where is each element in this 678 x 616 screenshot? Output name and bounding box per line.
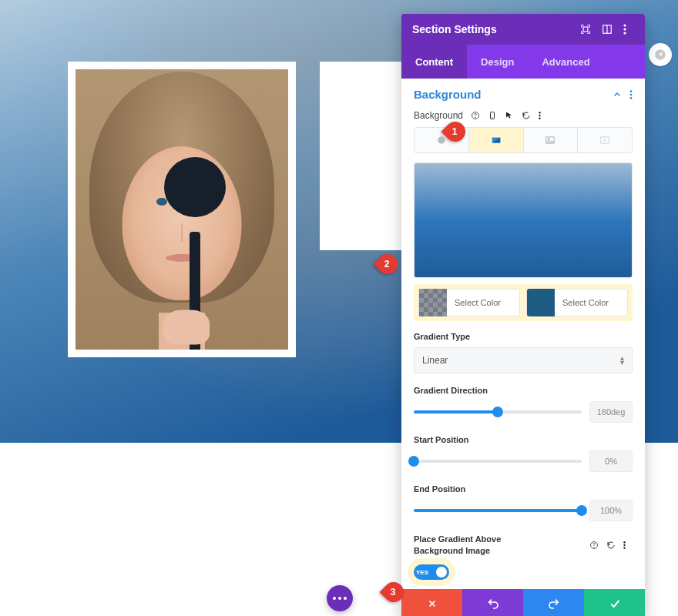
- gradient-color-end[interactable]: Select Color: [526, 289, 628, 316]
- start-position-value[interactable]: 0%: [589, 450, 633, 472]
- end-position-slider[interactable]: [414, 509, 582, 512]
- place-above-field: Place Gradient Above Background Image YE…: [414, 534, 633, 580]
- row-more-icon[interactable]: [539, 111, 548, 120]
- share-button[interactable]: [649, 43, 672, 66]
- panel-tabs: Content Design Advanced: [401, 45, 645, 79]
- gradient-preview: [414, 162, 633, 278]
- background-label-row: Background: [414, 110, 633, 121]
- tab-design[interactable]: Design: [467, 45, 528, 79]
- gradient-direction-field: Gradient Direction 180deg: [414, 386, 633, 423]
- gradient-direction-value[interactable]: 180deg: [589, 401, 633, 423]
- section-header: Background: [414, 88, 633, 101]
- svg-point-6: [623, 32, 626, 34]
- svg-rect-1: [583, 27, 588, 32]
- start-position-label: Start Position: [414, 435, 633, 444]
- svg-point-23: [594, 547, 595, 548]
- bg-type-video[interactable]: [578, 128, 632, 152]
- tab-advanced[interactable]: Advanced: [528, 45, 603, 79]
- settings-panel: Section Settings Content Design Advanced…: [401, 14, 645, 616]
- place-above-reset-icon[interactable]: [606, 541, 616, 550]
- hover-pointer-icon[interactable]: [505, 111, 514, 120]
- gradient-direction-slider[interactable]: [414, 410, 582, 413]
- start-position-slider[interactable]: [414, 460, 582, 463]
- gradient-direction-label: Gradient Direction: [414, 386, 633, 395]
- swatch-end: [527, 289, 555, 316]
- svg-point-14: [539, 112, 540, 113]
- tab-content[interactable]: Content: [401, 45, 467, 79]
- reset-icon[interactable]: [522, 111, 531, 120]
- expand-icon[interactable]: [580, 24, 591, 35]
- end-position-field: End Position 100%: [414, 484, 633, 521]
- panel-footer: [401, 589, 645, 616]
- help-icon[interactable]: [471, 111, 480, 120]
- svg-point-11: [475, 117, 476, 118]
- select-color-start-label: Select Color: [455, 298, 501, 307]
- section-title: Background: [414, 88, 482, 101]
- svg-point-7: [630, 90, 633, 92]
- discard-button[interactable]: [401, 589, 462, 616]
- gradient-type-select[interactable]: Linear ▴▾: [414, 347, 633, 373]
- panel-body: Background Background: [401, 79, 645, 589]
- svg-point-25: [623, 544, 625, 546]
- place-above-help-icon[interactable]: [589, 541, 599, 550]
- more-options-icon[interactable]: [623, 24, 634, 35]
- gradient-type-value: Linear: [422, 355, 448, 366]
- svg-point-9: [630, 96, 633, 99]
- svg-point-24: [623, 541, 625, 543]
- floating-more-button[interactable]: [327, 585, 353, 611]
- collapse-icon[interactable]: [613, 90, 622, 99]
- svg-point-5: [623, 28, 626, 30]
- panel-header: Section Settings: [401, 14, 645, 45]
- select-color-end-label: Select Color: [562, 298, 609, 307]
- toggle-yes-label: YES: [416, 569, 428, 576]
- svg-point-17: [438, 136, 445, 143]
- start-position-field: Start Position 0%: [414, 435, 633, 472]
- gradient-type-field: Gradient Type Linear ▴▾: [414, 332, 633, 373]
- portrait-photo: [76, 69, 288, 350]
- white-card-behind: [320, 62, 412, 250]
- svg-point-4: [623, 24, 626, 26]
- svg-point-26: [623, 547, 625, 549]
- bg-type-image[interactable]: [524, 128, 579, 152]
- place-above-toggle[interactable]: YES: [414, 564, 449, 580]
- section-more-icon[interactable]: [629, 90, 633, 99]
- gradient-color-start[interactable]: Select Color: [418, 289, 520, 316]
- undo-button[interactable]: [462, 589, 523, 616]
- redo-button[interactable]: [523, 589, 584, 616]
- photo-frame: [68, 62, 296, 357]
- svg-point-20: [549, 139, 550, 140]
- responsive-phone-icon[interactable]: [488, 111, 497, 120]
- bg-type-gradient[interactable]: [469, 128, 524, 152]
- place-above-more-icon[interactable]: [623, 541, 633, 550]
- select-chevron-icon: ▴▾: [620, 356, 624, 365]
- end-position-label: End Position: [414, 484, 633, 494]
- panel-title: Section Settings: [412, 23, 497, 35]
- svg-point-8: [630, 93, 633, 95]
- panel-layout-icon[interactable]: [602, 24, 613, 35]
- gradient-type-label: Gradient Type: [414, 332, 633, 341]
- save-button[interactable]: [584, 589, 645, 616]
- background-label: Background: [414, 110, 463, 121]
- end-position-value[interactable]: 100%: [589, 500, 633, 521]
- svg-point-16: [539, 118, 540, 119]
- swatch-start: [419, 289, 447, 316]
- place-above-label: Place Gradient Above Background Image: [414, 534, 537, 557]
- svg-point-15: [539, 115, 540, 116]
- color-pickers: Select Color Select Color: [414, 284, 633, 321]
